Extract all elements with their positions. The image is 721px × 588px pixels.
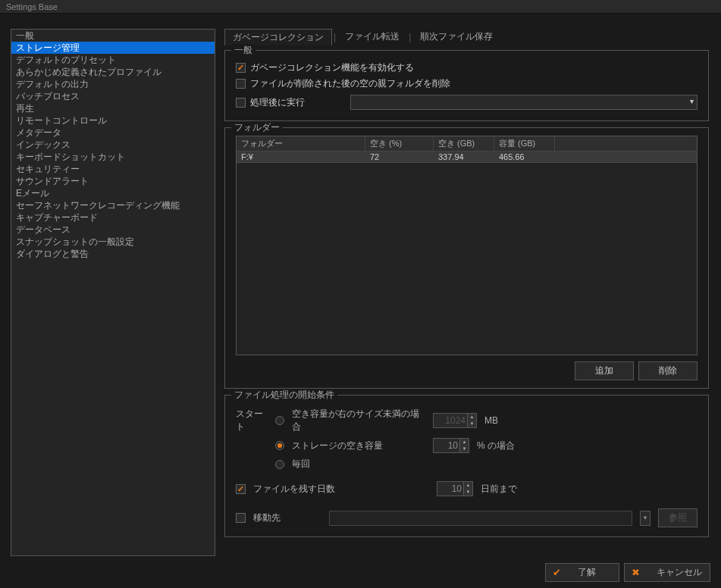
- size-value: 1024: [445, 415, 466, 426]
- radio-every-label: 毎回: [292, 458, 310, 471]
- sidebar-item-capture-board[interactable]: キャプチャーボード: [11, 211, 215, 224]
- browse-button[interactable]: 参照: [658, 508, 697, 527]
- add-button[interactable]: 追加: [575, 361, 634, 380]
- spinner-up-icon[interactable]: ▲: [463, 482, 472, 489]
- move-to-input[interactable]: [329, 511, 632, 526]
- enable-gc-checkbox[interactable]: [236, 63, 246, 73]
- spinner-down-icon[interactable]: ▼: [463, 489, 472, 496]
- radio-pct-label: ストレージの空き容量: [292, 439, 425, 452]
- sidebar-item-storage[interactable]: ストレージ管理: [11, 42, 215, 54]
- table-row[interactable]: F:¥ 72 337.94 465.66: [237, 152, 697, 163]
- keep-days-spinner[interactable]: 10 ▲▼: [437, 481, 473, 496]
- folder-legend: フォルダー: [231, 121, 283, 134]
- sidebar-item-general[interactable]: 一般: [11, 30, 215, 42]
- start-label: スタート: [236, 408, 268, 433]
- sidebar-item-safe-network-recording[interactable]: セーフネットワークレコーディング機能: [11, 199, 215, 211]
- sidebar-item-default-presets[interactable]: デフォルトのプリセット: [11, 54, 215, 66]
- folder-fieldset: フォルダー フォルダー 空き (%) 空き (GB) 容量 (GB) F:¥ 7…: [224, 127, 709, 389]
- general-fieldset: 一般 ガベージコレクション機能を有効化する ファイルが削除された後の空の親フォル…: [224, 50, 709, 121]
- keep-days-unit: 日前まで: [481, 483, 517, 496]
- remove-button[interactable]: 削除: [638, 361, 697, 380]
- run-after-checkbox[interactable]: [236, 98, 246, 108]
- enable-gc-label: ガベージコレクション機能を有効化する: [250, 61, 414, 74]
- tabs-bar: ガベージコレクション | ファイル転送 | 順次ファイル保存: [224, 29, 709, 45]
- spinner-up-icon[interactable]: ▲: [459, 439, 469, 446]
- size-unit: MB: [484, 415, 498, 426]
- condition-legend: ファイル処理の開始条件: [231, 389, 337, 402]
- size-spinner[interactable]: 1024 ▲▼: [433, 413, 477, 428]
- radio-size[interactable]: [275, 416, 284, 425]
- keep-days-checkbox[interactable]: [236, 484, 246, 494]
- header-free-gb[interactable]: 空き (GB): [434, 136, 494, 151]
- folder-table: フォルダー 空き (%) 空き (GB) 容量 (GB) F:¥ 72 337.…: [236, 136, 697, 355]
- pct-spinner[interactable]: 10 ▲▼: [433, 438, 469, 453]
- run-after-label: 処理後に実行: [250, 96, 305, 109]
- sidebar-item-remote-control[interactable]: リモートコントロール: [11, 114, 215, 127]
- general-legend: 一般: [231, 44, 255, 57]
- settings-sidebar: 一般 ストレージ管理 デフォルトのプリセット あらかじめ定義されたプロファイル …: [11, 29, 215, 556]
- sidebar-item-dialog-warning[interactable]: ダイアログと警告: [11, 248, 215, 260]
- move-to-checkbox[interactable]: [236, 513, 246, 523]
- sidebar-item-snapshot-general[interactable]: スナップショットの一般設定: [11, 236, 215, 248]
- sidebar-item-keyboard-shortcuts[interactable]: キーボードショットカット: [11, 151, 215, 163]
- header-folder[interactable]: フォルダー: [237, 136, 365, 151]
- sidebar-item-index[interactable]: インデックス: [11, 139, 215, 151]
- sidebar-item-default-output[interactable]: デフォルトの出力: [11, 78, 215, 90]
- header-spacer: [555, 136, 697, 151]
- sidebar-item-security[interactable]: セキュリティー: [11, 163, 215, 175]
- tab-sequential-file-save[interactable]: 順次ファイル保存: [412, 29, 500, 45]
- condition-fieldset: ファイル処理の開始条件 スタート 空き容量が右のサイズ未満の場合 1024 ▲▼…: [224, 395, 709, 537]
- check-icon: ✔: [550, 567, 563, 578]
- pct-value: 10: [448, 440, 458, 451]
- sidebar-item-playback[interactable]: 再生: [11, 102, 215, 114]
- sidebar-item-batch-process[interactable]: バッチプロセス: [11, 90, 215, 102]
- delete-empty-parent-checkbox[interactable]: [236, 79, 246, 89]
- ok-button[interactable]: ✔ 了解: [545, 563, 619, 582]
- sidebar-item-database[interactable]: データベース: [11, 224, 215, 236]
- radio-every[interactable]: [275, 460, 284, 469]
- cell-cap-gb: 465.66: [494, 152, 555, 162]
- move-to-dropdown-icon[interactable]: ▼: [640, 511, 650, 526]
- window-title: Settings Base: [0, 0, 721, 14]
- cancel-button[interactable]: ✖ キャンセル: [624, 563, 710, 582]
- sidebar-item-predefined-profiles[interactable]: あらかじめ定義されたプロファイル: [11, 66, 215, 78]
- sidebar-item-email[interactable]: Eメール: [11, 187, 215, 199]
- sidebar-item-sound-alert[interactable]: サウンドアラート: [11, 175, 215, 187]
- spinner-down-icon[interactable]: ▼: [467, 421, 476, 427]
- spinner-down-icon[interactable]: ▼: [459, 446, 469, 452]
- header-cap-gb[interactable]: 容量 (GB): [494, 136, 555, 151]
- footer: ✔ 了解 ✖ キャンセル: [545, 563, 710, 582]
- cell-free-pct: 72: [365, 152, 434, 162]
- ok-label: 了解: [578, 566, 596, 579]
- radio-size-label: 空き容量が右のサイズ未満の場合: [292, 408, 425, 433]
- delete-empty-parent-label: ファイルが削除された後の空の親フォルダを削除: [250, 77, 450, 90]
- cell-free-gb: 337.94: [434, 152, 494, 162]
- move-to-label: 移動先: [253, 511, 321, 524]
- close-icon: ✖: [629, 567, 641, 578]
- cell-folder: F:¥: [237, 152, 365, 162]
- tab-file-transfer[interactable]: ファイル転送: [337, 29, 407, 45]
- tab-garbage-collection[interactable]: ガベージコレクション: [224, 29, 332, 45]
- pct-unit: % の場合: [477, 439, 515, 452]
- run-after-dropdown[interactable]: [350, 95, 697, 110]
- tab-separator: |: [334, 32, 336, 42]
- spinner-up-icon[interactable]: ▲: [467, 414, 476, 421]
- header-free-pct[interactable]: 空き (%): [365, 136, 434, 151]
- sidebar-item-metadata[interactable]: メタデータ: [11, 127, 215, 139]
- radio-pct[interactable]: [275, 441, 284, 450]
- keep-days-label: ファイルを残す日数: [253, 483, 429, 496]
- keep-days-value: 10: [452, 483, 462, 494]
- cancel-label: キャンセル: [657, 566, 702, 579]
- tab-separator: |: [409, 32, 411, 42]
